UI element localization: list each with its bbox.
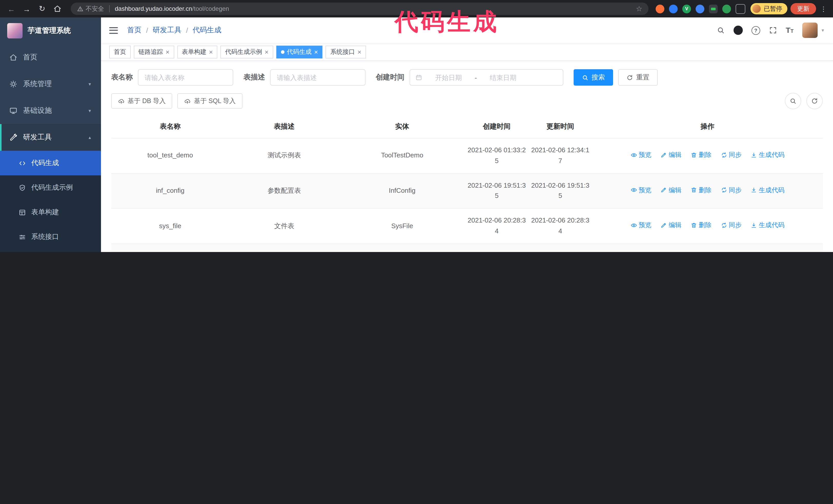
- bookmark-star-icon[interactable]: ☆: [636, 5, 642, 13]
- tag-link-trace[interactable]: 链路追踪×: [134, 45, 174, 58]
- table-name-label: 表名称: [111, 73, 133, 82]
- browser-update-button[interactable]: 更新: [790, 3, 816, 14]
- sync-icon: [720, 222, 727, 229]
- search-icon[interactable]: [717, 26, 725, 34]
- not-secure-warning[interactable]: 不安全: [77, 4, 104, 13]
- sidebar-subitem-codegen-example[interactable]: 代码生成示例: [0, 175, 101, 200]
- preview-link[interactable]: 预览: [630, 150, 651, 160]
- github-icon[interactable]: [734, 26, 743, 35]
- extension-icon-5[interactable]: [709, 4, 718, 13]
- extension-icon-6[interactable]: [722, 4, 731, 13]
- profile-paused-badge[interactable]: 已暂停: [751, 3, 787, 14]
- extension-icon-1[interactable]: [656, 4, 664, 13]
- reset-button[interactable]: 重置: [618, 69, 658, 86]
- edit-link[interactable]: 编辑: [661, 220, 682, 231]
- extension-icon-4[interactable]: [696, 4, 704, 13]
- sidebar-subitem-form-builder[interactable]: 表单构建: [0, 200, 101, 224]
- sidebar-subitem-db-doc[interactable]: 数据库文档: [0, 249, 101, 252]
- create-time-label: 创建时间: [376, 73, 404, 82]
- table-desc-label: 表描述: [243, 73, 265, 82]
- extensions-puzzle-icon[interactable]: [736, 4, 745, 14]
- start-date-input[interactable]: [426, 73, 472, 82]
- font-size-icon[interactable]: TT: [786, 26, 794, 35]
- generate-code-link[interactable]: 生成代码: [751, 150, 785, 160]
- sidebar-item-infrastructure[interactable]: 基础设施 ▼: [0, 97, 101, 124]
- preview-link[interactable]: 预览: [630, 220, 651, 231]
- breadcrumb-home[interactable]: 首页: [127, 26, 142, 35]
- download-icon: [751, 187, 757, 193]
- close-icon[interactable]: ×: [209, 48, 213, 55]
- download-icon: [751, 151, 757, 158]
- monitor-icon: [9, 106, 18, 115]
- table-row: sys_file 文件表 SysFile 2021-02-06 20:28:34…: [111, 209, 823, 243]
- import-sql-button[interactable]: 基于 SQL 导入: [177, 93, 242, 109]
- refresh-table-button[interactable]: [806, 93, 823, 109]
- fullscreen-icon[interactable]: [769, 26, 777, 34]
- chevron-down-icon: ▼: [821, 28, 825, 32]
- sidebar-subitem-system-api[interactable]: 系统接口: [0, 224, 101, 249]
- eye-icon: [630, 187, 637, 193]
- table-desc-input[interactable]: [270, 69, 365, 86]
- edit-link[interactable]: 编辑: [661, 150, 682, 160]
- date-range-picker[interactable]: -: [410, 69, 563, 86]
- forward-icon[interactable]: →: [21, 3, 33, 15]
- preview-link[interactable]: 预览: [630, 185, 651, 195]
- extension-icon-2[interactable]: [669, 4, 678, 13]
- tag-form-builder[interactable]: 表单构建×: [177, 45, 217, 58]
- shield-icon: [19, 184, 26, 192]
- address-bar[interactable]: 不安全 dashboard.yudao.iocoder.cn/tool/code…: [71, 3, 648, 15]
- close-icon[interactable]: ×: [314, 48, 318, 55]
- cell-create-time: 2021-02-06 01:33:25: [465, 138, 528, 173]
- tag-codegen-example[interactable]: 代码生成示例×: [220, 45, 273, 58]
- sidebar-item-system-management[interactable]: 系统管理 ▼: [0, 71, 101, 97]
- sync-icon: [720, 151, 727, 158]
- extension-icon-3[interactable]: V: [682, 4, 691, 13]
- sidebar-subitem-codegen[interactable]: 代码生成: [0, 151, 101, 175]
- user-menu[interactable]: ▼: [802, 23, 825, 38]
- page-content: 表名称 表描述 创建时间 -: [101, 61, 833, 252]
- browser-home-icon[interactable]: [51, 3, 64, 15]
- app-logo: 芋道管理系统: [0, 18, 101, 44]
- cell-entity: InfJob: [339, 244, 465, 252]
- close-icon[interactable]: ×: [264, 48, 268, 55]
- col-entity: 实体: [339, 115, 465, 138]
- tag-codegen[interactable]: 代码生成×: [276, 45, 323, 58]
- search-button[interactable]: 搜索: [574, 69, 613, 86]
- tags-view: 首页 链路追踪× 表单构建× 代码生成示例× 代码生成× 系统接口×: [101, 43, 833, 61]
- chevron-down-icon: ▼: [88, 109, 92, 113]
- table-name-input[interactable]: [138, 69, 233, 86]
- reload-icon[interactable]: ↻: [36, 3, 48, 15]
- sliders-icon: [19, 233, 26, 241]
- upload-icon: [184, 98, 191, 104]
- cell-actions: 预览 编辑 删除 同步 生成代码: [592, 173, 823, 209]
- delete-link[interactable]: 删除: [690, 150, 712, 160]
- sidebar-item-home[interactable]: 首页: [0, 44, 101, 71]
- cell-update-time: 2021-02-06 19:51:35: [528, 173, 592, 209]
- cell-table-desc: 测试示例表: [229, 138, 339, 173]
- sync-link[interactable]: 同步: [720, 220, 741, 231]
- toggle-search-button[interactable]: [785, 93, 801, 109]
- generate-code-link[interactable]: 生成代码: [751, 185, 785, 195]
- hamburger-icon[interactable]: [109, 27, 118, 33]
- delete-link[interactable]: 删除: [690, 185, 712, 195]
- end-date-input[interactable]: [480, 73, 526, 82]
- sync-link[interactable]: 同步: [720, 150, 741, 160]
- close-icon[interactable]: ×: [358, 48, 361, 55]
- help-icon[interactable]: ?: [752, 26, 760, 34]
- browser-menu-icon[interactable]: ⋮: [819, 5, 828, 13]
- tag-home[interactable]: 首页: [109, 45, 131, 58]
- tag-system-api[interactable]: 系统接口×: [326, 45, 366, 58]
- sidebar-item-dev-tools[interactable]: 研发工具 ▲: [0, 124, 101, 151]
- back-icon[interactable]: ←: [5, 3, 18, 15]
- col-create-time: 创建时间: [465, 115, 528, 138]
- sync-link[interactable]: 同步: [720, 185, 741, 195]
- cell-update-time: 2021-02-06 12:34:17: [528, 138, 592, 173]
- chevron-up-icon: ▲: [88, 135, 92, 140]
- generate-code-link[interactable]: 生成代码: [751, 220, 785, 231]
- col-update-time: 更新时间: [528, 115, 592, 138]
- breadcrumb-parent[interactable]: 研发工具: [153, 26, 182, 35]
- import-db-button[interactable]: 基于 DB 导入: [111, 93, 172, 109]
- edit-link[interactable]: 编辑: [661, 185, 682, 195]
- delete-link[interactable]: 删除: [690, 220, 712, 231]
- close-icon[interactable]: ×: [166, 48, 169, 55]
